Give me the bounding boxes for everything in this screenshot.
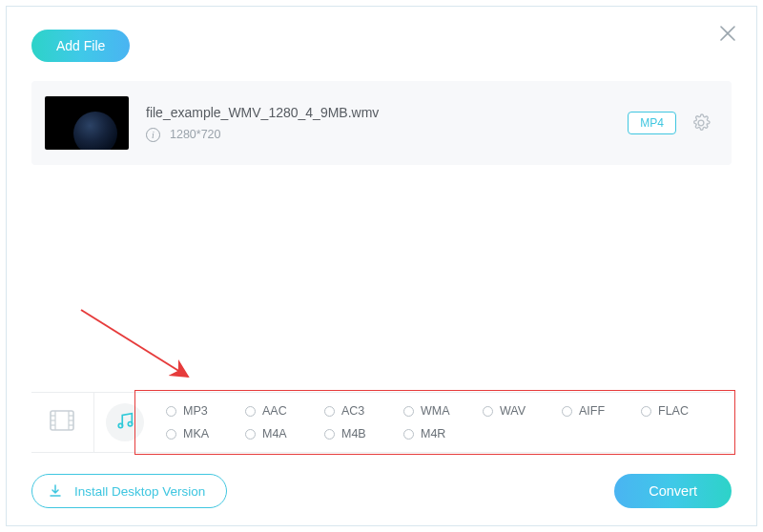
format-label: WAV xyxy=(500,404,526,418)
format-panel: MP3AACAC3WMAWAVAIFFFLAC MKAM4AM4BM4R xyxy=(31,392,732,453)
format-row-2: MKAM4AM4BM4R xyxy=(166,427,720,440)
file-info: file_example_WMV_1280_4_9MB.wmv i 1280*7… xyxy=(146,105,628,142)
info-icon[interactable]: i xyxy=(146,128,160,142)
annotation-arrow xyxy=(73,302,217,398)
radio-icon xyxy=(403,406,414,417)
radio-icon xyxy=(483,406,493,417)
format-option-aiff[interactable]: AIFF xyxy=(562,404,641,418)
format-option-m4r[interactable]: M4R xyxy=(403,427,483,440)
video-icon xyxy=(49,408,75,433)
radio-icon xyxy=(245,429,256,440)
format-label: M4A xyxy=(262,427,287,440)
output-format-label: MP4 xyxy=(640,116,664,130)
radio-icon xyxy=(562,406,572,417)
radio-icon xyxy=(245,406,256,417)
convert-label: Convert xyxy=(649,483,697,499)
format-option-wma[interactable]: WMA xyxy=(403,404,483,418)
radio-icon xyxy=(324,406,335,417)
format-label: FLAC xyxy=(658,404,689,418)
format-option-ac3[interactable]: AC3 xyxy=(324,404,403,418)
audio-formats: MP3AACAC3WMAWAVAIFFFLAC MKAM4AM4BM4R xyxy=(156,393,732,452)
format-label: AAC xyxy=(262,404,287,418)
format-label: MP3 xyxy=(183,404,208,418)
tab-audio[interactable] xyxy=(94,393,156,452)
format-label: AIFF xyxy=(579,404,605,418)
download-icon xyxy=(48,483,63,499)
settings-button[interactable] xyxy=(691,113,711,133)
output-format-button[interactable]: MP4 xyxy=(628,112,676,134)
gear-icon xyxy=(691,113,711,133)
radio-icon xyxy=(166,406,176,417)
format-option-mka[interactable]: MKA xyxy=(166,427,245,440)
radio-icon xyxy=(641,406,651,417)
file-row: file_example_WMV_1280_4_9MB.wmv i 1280*7… xyxy=(31,81,732,165)
radio-icon xyxy=(403,429,414,440)
radio-icon xyxy=(166,429,176,440)
format-option-m4a[interactable]: M4A xyxy=(245,427,324,440)
format-label: AC3 xyxy=(341,404,364,418)
format-label: WMA xyxy=(421,404,450,418)
format-option-m4b[interactable]: M4B xyxy=(324,427,403,440)
format-tabs-row: MP3AACAC3WMAWAVAIFFFLAC MKAM4AM4BM4R xyxy=(31,392,732,453)
install-desktop-label: Install Desktop Version xyxy=(74,484,205,499)
app-window: Add File file_example_WMV_1280_4_9MB.wmv… xyxy=(6,6,757,526)
format-label: M4R xyxy=(421,427,445,440)
format-row-1: MP3AACAC3WMAWAVAIFFFLAC xyxy=(166,404,720,418)
music-icon xyxy=(114,410,135,431)
svg-point-9 xyxy=(118,423,122,427)
format-option-flac[interactable]: FLAC xyxy=(641,404,720,418)
file-name: file_example_WMV_1280_4_9MB.wmv xyxy=(146,105,628,120)
add-file-label: Add File xyxy=(56,38,105,53)
close-icon xyxy=(718,24,737,43)
convert-button[interactable]: Convert xyxy=(614,474,732,508)
file-meta: i 1280*720 xyxy=(146,128,628,142)
file-thumbnail[interactable] xyxy=(45,96,129,150)
format-option-mp3[interactable]: MP3 xyxy=(166,404,245,418)
thumbnail-graphic xyxy=(73,112,117,150)
radio-icon xyxy=(324,429,335,440)
format-label: MKA xyxy=(183,427,209,440)
file-resolution: 1280*720 xyxy=(170,128,221,141)
footer: Install Desktop Version Convert xyxy=(31,474,732,508)
close-button[interactable] xyxy=(718,24,737,43)
add-file-button[interactable]: Add File xyxy=(31,30,130,62)
tab-video[interactable] xyxy=(31,393,94,452)
svg-point-10 xyxy=(129,421,133,425)
format-label: M4B xyxy=(341,427,366,440)
format-option-wav[interactable]: WAV xyxy=(483,404,562,418)
format-option-aac[interactable]: AAC xyxy=(245,404,324,418)
install-desktop-button[interactable]: Install Desktop Version xyxy=(31,474,227,508)
file-actions: MP4 xyxy=(628,112,711,134)
